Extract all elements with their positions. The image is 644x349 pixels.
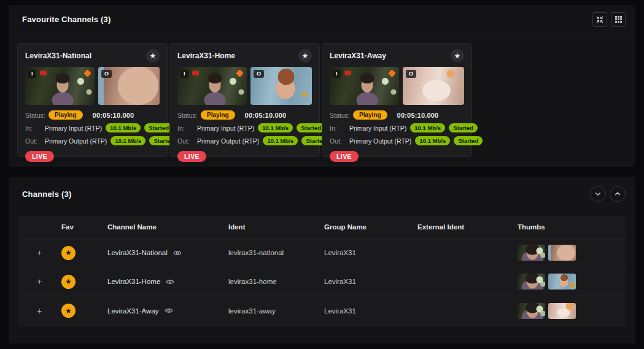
input-thumbnail[interactable] bbox=[518, 303, 545, 319]
in-label: In: bbox=[330, 125, 346, 132]
output-overlay-badge: O bbox=[254, 70, 264, 78]
out-label: Out: bbox=[25, 137, 41, 145]
live-badge: LIVE bbox=[330, 151, 359, 162]
input-overlay-badge: I bbox=[28, 70, 36, 78]
input-bitrate-badge: 10.1 Mb/s bbox=[106, 123, 141, 132]
output-thumbnail[interactable] bbox=[548, 274, 576, 290]
group-name: LeviraX31 bbox=[324, 307, 417, 315]
collapse-all-button[interactable] bbox=[590, 186, 606, 202]
table-row[interactable]: + ★ LeviraX31-National levirax31-nationa… bbox=[18, 239, 626, 267]
input-thumbnail[interactable] bbox=[518, 274, 545, 290]
chevron-down-icon bbox=[594, 190, 602, 198]
col-ident: Ident bbox=[228, 223, 324, 231]
input-video-thumbnail[interactable]: I bbox=[330, 67, 399, 105]
row-expander-button[interactable]: + bbox=[18, 277, 61, 286]
out-label: Out: bbox=[330, 137, 346, 145]
in-label: In: bbox=[25, 125, 41, 132]
grid-icon bbox=[615, 15, 623, 23]
row-expander-button[interactable]: + bbox=[18, 248, 61, 258]
broadcaster-logo-icon bbox=[192, 71, 199, 75]
star-icon: ★ bbox=[454, 52, 461, 60]
favourite-channels-header: Favourite Channels (3) bbox=[9, 5, 635, 34]
expand-all-button[interactable] bbox=[610, 186, 626, 202]
status-badge: Playing bbox=[48, 110, 83, 120]
timecode: 00:05:10.000 bbox=[245, 112, 287, 119]
input-bitrate-badge: 10.1 Mb/s bbox=[410, 123, 445, 132]
input-name: Primary Input (RTP) bbox=[197, 125, 254, 132]
favourite-star-button[interactable]: ★ bbox=[298, 49, 312, 63]
status-label: Status: bbox=[25, 112, 48, 119]
group-name: LeviraX31 bbox=[324, 249, 417, 256]
output-overlay-badge: O bbox=[101, 70, 112, 78]
favourite-channels-panel: Favourite Channels (3) bbox=[9, 5, 635, 167]
output-bitrate-badge: 10.1 Mb/s bbox=[415, 136, 450, 145]
channel-ident: levirax31-away bbox=[228, 307, 324, 315]
output-video-thumbnail[interactable]: O bbox=[98, 67, 160, 105]
in-label: In: bbox=[177, 125, 193, 132]
table-row[interactable]: + ★ LeviraX31-Home levirax31-home Levira… bbox=[18, 267, 626, 296]
row-expander-button[interactable]: + bbox=[18, 306, 61, 316]
output-thumbnail[interactable] bbox=[548, 245, 576, 261]
table-row[interactable]: + ★ LeviraX31-Away levirax31-away Levira… bbox=[18, 296, 626, 325]
favourite-star-button[interactable]: ★ bbox=[451, 49, 464, 63]
group-name: LeviraX31 bbox=[324, 278, 417, 285]
status-label: Status: bbox=[330, 112, 353, 119]
output-name: Primary Output (RTP) bbox=[45, 137, 107, 145]
grid-view-button[interactable] bbox=[611, 12, 626, 27]
table-header-row: Fav Channel Name Ident Group Name Extern… bbox=[18, 216, 626, 239]
out-label: Out: bbox=[177, 137, 193, 145]
output-name: Primary Output (RTP) bbox=[349, 137, 411, 145]
broadcaster-logo-icon bbox=[344, 71, 351, 75]
channel-name: LeviraX31-Away bbox=[107, 307, 159, 315]
input-name: Primary Input (RTP) bbox=[349, 125, 406, 132]
channel-bug-icon bbox=[388, 69, 396, 77]
chevron-up-icon bbox=[614, 190, 621, 198]
output-thumbnail[interactable] bbox=[548, 303, 576, 319]
favourite-cards-row: LeviraX31-National ★ I O Status: Playing… bbox=[9, 34, 635, 166]
col-thumbs: Thumbs bbox=[518, 223, 626, 231]
channel-ident: levirax31-home bbox=[228, 278, 324, 285]
favourite-toggle-button[interactable]: ★ bbox=[61, 275, 76, 289]
channels-table: Fav Channel Name Ident Group Name Extern… bbox=[18, 216, 626, 326]
output-video-thumbnail[interactable]: O bbox=[250, 67, 312, 105]
output-name: Primary Output (RTP) bbox=[197, 137, 259, 145]
status-badge: Playing bbox=[201, 110, 235, 120]
col-external-ident: External Ident bbox=[417, 223, 518, 231]
input-overlay-badge: I bbox=[180, 70, 188, 78]
channels-panel: Channels (3) Fav Channel Name Ident Grou… bbox=[9, 177, 635, 343]
star-icon: ★ bbox=[302, 52, 309, 60]
output-video-thumbnail[interactable]: O bbox=[403, 67, 464, 105]
eye-icon[interactable] bbox=[166, 278, 174, 285]
favourite-star-button[interactable]: ★ bbox=[146, 49, 160, 63]
col-channel-name: Channel Name bbox=[107, 223, 228, 231]
col-fav: Fav bbox=[61, 223, 107, 231]
channel-card-title: LeviraX31-Home bbox=[177, 52, 235, 60]
channel-ident: levirax31-national bbox=[228, 249, 324, 256]
collapse-view-button[interactable] bbox=[592, 12, 607, 27]
live-badge: LIVE bbox=[25, 151, 54, 162]
input-name: Primary Input (RTP) bbox=[45, 125, 102, 132]
channel-card-national: LeviraX31-National ★ I O Status: Playing… bbox=[17, 43, 168, 157]
input-video-thumbnail[interactable]: I bbox=[177, 67, 247, 105]
broadcaster-logo-icon bbox=[40, 71, 47, 75]
eye-icon[interactable] bbox=[165, 307, 173, 314]
eye-icon[interactable] bbox=[173, 250, 182, 256]
star-icon: ★ bbox=[150, 52, 157, 60]
input-bitrate-badge: 10.1 Mb/s bbox=[258, 123, 293, 132]
status-badge: Playing bbox=[353, 110, 387, 120]
row-thumbs bbox=[518, 303, 626, 319]
channel-name: LeviraX31-National bbox=[107, 249, 168, 256]
star-icon: ★ bbox=[65, 277, 72, 286]
status-label: Status: bbox=[177, 112, 201, 119]
favourite-toggle-button[interactable]: ★ bbox=[61, 304, 76, 318]
input-video-thumbnail[interactable]: I bbox=[25, 67, 95, 105]
row-thumbs bbox=[518, 274, 626, 290]
output-bitrate-badge: 10.1 Mb/s bbox=[263, 136, 298, 145]
input-state-badge: Started bbox=[449, 123, 478, 132]
input-overlay-badge: I bbox=[333, 70, 341, 78]
channel-card-home: LeviraX31-Home ★ I O Status: Playing 00:… bbox=[169, 43, 320, 157]
favourite-toggle-button[interactable]: ★ bbox=[61, 246, 76, 260]
channels-title: Channels (3) bbox=[22, 190, 71, 199]
channel-card-away: LeviraX31-Away ★ I O Status: Playing 00:… bbox=[322, 43, 472, 157]
input-thumbnail[interactable] bbox=[518, 245, 545, 261]
